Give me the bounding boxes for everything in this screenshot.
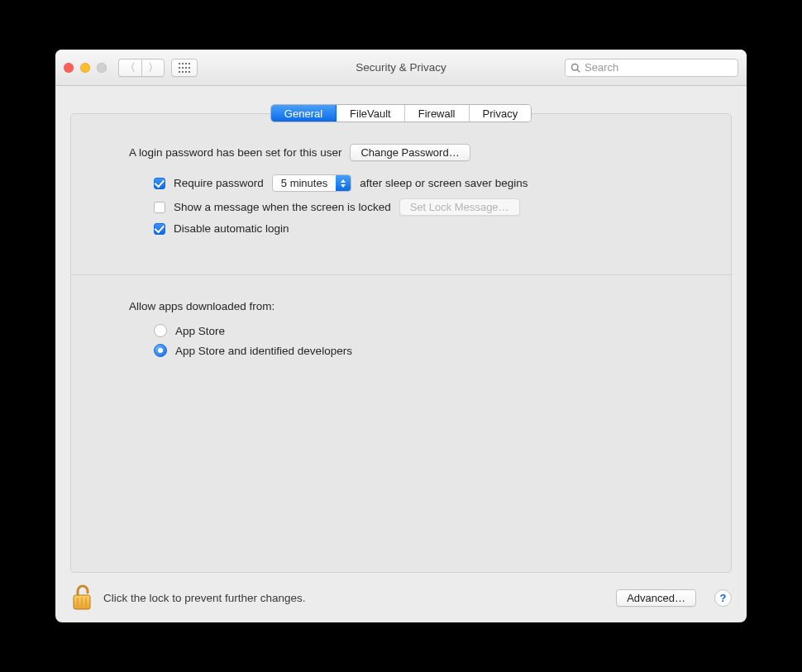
chevron-right-icon: 〉 (148, 62, 159, 73)
zoom-window-button (97, 63, 107, 73)
tab-bar: General FileVault Firewall Privacy (270, 104, 532, 122)
svg-rect-2 (185, 63, 187, 64)
svg-rect-5 (182, 67, 184, 69)
help-button[interactable]: ? (714, 589, 732, 607)
grid-icon (179, 63, 190, 73)
window-controls (64, 63, 107, 73)
lock-hint-text: Click the lock to prevent further change… (103, 592, 306, 604)
svg-rect-0 (179, 63, 180, 64)
search-input[interactable] (585, 61, 733, 74)
tab-firewall[interactable]: Firewall (405, 105, 470, 122)
show-lock-message-checkbox[interactable] (154, 202, 165, 213)
svg-rect-10 (185, 71, 187, 73)
login-password-set-label: A login password has been set for this u… (129, 146, 341, 159)
gatekeeper-identified-radio[interactable] (154, 344, 167, 357)
svg-line-13 (577, 69, 580, 72)
search-field[interactable] (565, 59, 738, 77)
tab-filevault[interactable]: FileVault (337, 105, 405, 122)
stepper-arrows-icon (336, 175, 351, 191)
svg-rect-1 (182, 63, 184, 64)
search-icon (570, 63, 580, 73)
titlebar: 〈 〉 Security & Privacy (55, 50, 747, 86)
require-password-delay-value: 5 minutes (273, 175, 336, 191)
minimize-window-button[interactable] (80, 63, 90, 73)
disable-auto-login-label: Disable automatic login (174, 222, 289, 235)
require-password-delay-select[interactable]: 5 minutes (272, 174, 351, 192)
disable-auto-login-checkbox[interactable] (154, 223, 165, 235)
svg-rect-7 (189, 67, 190, 69)
divider (71, 274, 731, 275)
svg-rect-11 (189, 71, 190, 73)
gatekeeper-app-store-radio[interactable] (154, 324, 167, 337)
svg-rect-4 (179, 67, 180, 69)
forward-button: 〉 (141, 59, 165, 77)
show-lock-message-label: Show a message when the screen is locked (174, 201, 391, 213)
tab-general[interactable]: General (271, 105, 337, 122)
gatekeeper-identified-label: App Store and identified developers (175, 345, 352, 357)
close-window-button[interactable] (64, 63, 74, 73)
require-password-label: Require password (174, 177, 264, 189)
svg-rect-8 (179, 71, 180, 73)
footer: Click the lock to prevent further change… (55, 573, 747, 622)
change-password-button[interactable]: Change Password… (350, 144, 470, 161)
show-all-button[interactable] (171, 59, 198, 77)
general-panel: A login password has been set for this u… (70, 113, 732, 573)
svg-rect-3 (189, 63, 190, 64)
advanced-button[interactable]: Advanced… (616, 589, 696, 607)
unlocked-padlock-icon[interactable] (70, 584, 93, 612)
chevron-left-icon: 〈 (125, 62, 136, 73)
svg-rect-9 (182, 71, 184, 73)
nav-buttons: 〈 〉 (118, 59, 165, 77)
gatekeeper-section-label: Allow apps downloaded from: (129, 300, 703, 312)
preferences-window: 〈 〉 Security & Privacy (55, 50, 747, 622)
tab-privacy[interactable]: Privacy (470, 105, 532, 122)
svg-rect-6 (185, 67, 187, 69)
back-button[interactable]: 〈 (118, 59, 141, 77)
set-lock-message-button: Set Lock Message… (399, 198, 520, 216)
svg-point-12 (572, 64, 579, 70)
gatekeeper-app-store-label: App Store (175, 325, 225, 337)
require-password-checkbox[interactable] (154, 178, 165, 189)
after-sleep-label: after sleep or screen saver begins (360, 177, 528, 189)
